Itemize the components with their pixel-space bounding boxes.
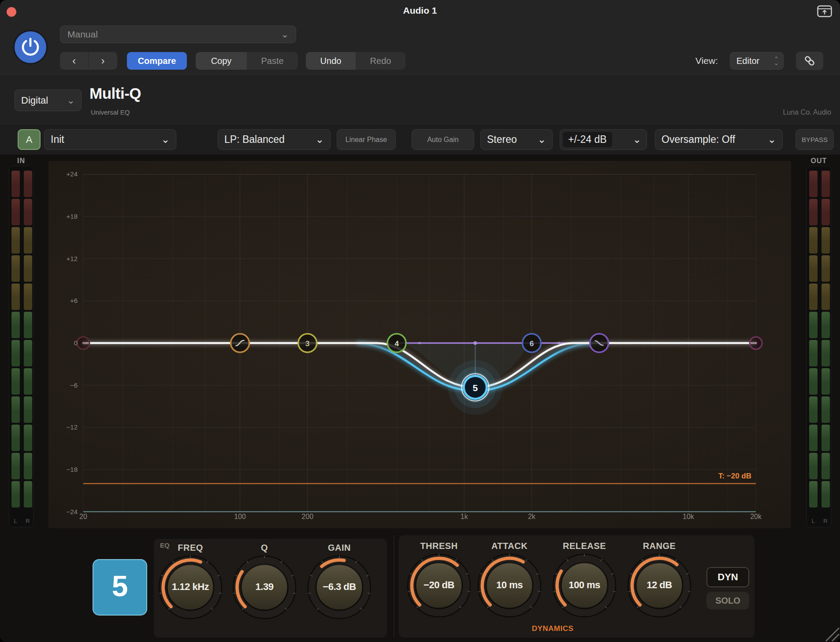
band-node-3[interactable]: 3: [298, 334, 317, 352]
ab-preset-button[interactable]: A: [18, 129, 41, 150]
thresh-knob[interactable]: THRESH −20 dB: [406, 541, 472, 619]
release-knob[interactable]: RELEASE 100 ms: [551, 541, 617, 619]
meter-segment-yellow: [821, 255, 830, 282]
solo-button[interactable]: SOLO: [706, 592, 749, 609]
band-node-6[interactable]: 6: [522, 334, 541, 352]
meter-segment-green: [11, 425, 20, 451]
copy-paste-group: Copy Paste: [196, 52, 298, 70]
preset-dropdown[interactable]: Init ⌄: [44, 129, 176, 150]
meter-column: [809, 171, 818, 508]
meter-segment-green: [24, 481, 32, 508]
chevron-down-icon: ⌄: [161, 134, 170, 146]
view-value: Editor: [736, 56, 759, 66]
redo-button[interactable]: Redo: [356, 52, 405, 70]
freq-knob[interactable]: FREQ 1.12 kHz: [157, 543, 223, 620]
forward-button[interactable]: ›: [89, 52, 117, 70]
meter-segment-green: [11, 453, 20, 479]
meter-segment-green: [821, 481, 830, 508]
db-tick-label: +18: [49, 213, 78, 220]
svg-text:5: 5: [472, 383, 478, 393]
input-meter: LR: [9, 166, 33, 527]
db-tick-label: −12: [49, 423, 78, 431]
gain-range-dropdown[interactable]: +/-24 dB ⌄: [560, 129, 647, 150]
power-button[interactable]: [13, 30, 48, 64]
freq-tick-label: 20k: [743, 513, 769, 521]
band-node-1[interactable]: [77, 337, 89, 349]
bypass-button[interactable]: BYPASS: [795, 129, 834, 150]
band-node-5[interactable]: 5: [448, 360, 502, 414]
chevron-down-icon: ⌄: [768, 134, 776, 146]
release-knob-label: RELEASE: [551, 541, 617, 552]
oversample-value: Oversample: Off: [662, 134, 735, 146]
eq-graph[interactable]: 3 4 5 6 +24+18+12+60−6−12−18−24 20100200…: [48, 161, 791, 528]
range-knob-value: 12 dB: [626, 579, 692, 591]
gain-knob[interactable]: GAIN −6.3 dB: [306, 543, 372, 620]
meter-segment-yellow: [11, 227, 20, 254]
undo-redo-group: Undo Redo: [306, 52, 405, 70]
meter-segment-red: [821, 199, 830, 225]
meter-segment-green: [24, 340, 32, 366]
meter-segment-green: [821, 340, 830, 366]
chevron-down-icon: ⌄: [633, 134, 641, 146]
band-node-8[interactable]: [750, 337, 762, 349]
top-preset-dropdown[interactable]: Manual ⌄: [60, 26, 296, 43]
meter-segment-green: [809, 312, 818, 338]
dynamics-panel-label: DYNAMICS: [500, 624, 606, 633]
band-node-2[interactable]: [231, 334, 249, 352]
channel-mode-dropdown[interactable]: Stereo ⌄: [480, 129, 553, 150]
copy-button[interactable]: Copy: [196, 52, 247, 70]
back-button[interactable]: ‹: [60, 52, 89, 70]
meter-segment-green: [809, 453, 818, 479]
plugin-window: Audio 1 Manual ⌄ ‹ › Compare Copy Paste …: [0, 0, 840, 642]
meter-segment-yellow: [24, 255, 32, 282]
attack-knob[interactable]: ATTACK 10 ms: [476, 541, 543, 619]
attack-knob-label: ATTACK: [476, 541, 543, 552]
resize-grip[interactable]: [822, 624, 840, 642]
meter-segment-green: [809, 425, 818, 451]
meter-segment-yellow: [821, 227, 830, 254]
meter-column: [11, 171, 20, 508]
dyn-toggle-button[interactable]: DYN: [706, 567, 749, 587]
meter-segment-green: [821, 453, 830, 479]
undo-button[interactable]: Undo: [306, 52, 356, 70]
q-knob[interactable]: Q 1.39: [231, 543, 297, 620]
freq-knob-value: 1.12 kHz: [157, 581, 223, 593]
view-dropdown[interactable]: Editor ⌃⌃: [730, 52, 784, 70]
meter-segment-green: [11, 340, 20, 366]
link-button[interactable]: [796, 52, 823, 70]
meter-channel-label: L: [809, 518, 818, 524]
history-nav: ‹ ›: [60, 52, 117, 70]
paste-button[interactable]: Paste: [247, 52, 298, 70]
meter-segment-green: [809, 481, 818, 508]
linear-phase-button[interactable]: Linear Phase: [337, 129, 396, 150]
compare-button[interactable]: Compare: [127, 52, 187, 70]
pop-out-window-icon[interactable]: [817, 5, 832, 17]
meter-segment-green: [11, 312, 20, 338]
db-tick-label: −18: [49, 466, 78, 473]
meter-segment-yellow: [809, 255, 818, 282]
plugin-title: Multi-Q: [89, 85, 141, 102]
plugin-subtitle: Universal EQ: [91, 108, 130, 116]
lp-mode-value: LP: Balanced: [224, 134, 285, 146]
band-node-7[interactable]: [590, 334, 609, 352]
mode-dropdown[interactable]: Digital ⌄: [15, 90, 82, 111]
release-knob-value: 100 ms: [551, 579, 617, 591]
db-tick-label: +12: [49, 255, 78, 262]
linear-phase-mode-dropdown[interactable]: LP: Balanced ⌄: [218, 129, 331, 150]
auto-gain-button[interactable]: Auto Gain: [412, 129, 474, 150]
meter-column: [24, 171, 32, 508]
band-node-4[interactable]: 4: [387, 334, 406, 352]
brand-label: Luna Co. Audio: [655, 108, 831, 116]
meter-segment-red: [821, 171, 830, 197]
freq-tick-label: 20: [70, 513, 97, 521]
meter-segment-green: [809, 396, 818, 423]
range-knob[interactable]: RANGE 12 dB: [626, 541, 692, 619]
selected-band-button[interactable]: 5: [93, 559, 147, 616]
oversample-dropdown[interactable]: Oversample: Off ⌄: [655, 129, 783, 150]
db-tick-label: +24: [49, 170, 78, 178]
meter-segment-green: [11, 481, 20, 508]
panel-divider: [394, 535, 394, 638]
freq-tick-label: 2k: [518, 513, 545, 521]
thresh-knob-label: THRESH: [406, 541, 472, 552]
meter-segment-yellow: [24, 227, 32, 254]
